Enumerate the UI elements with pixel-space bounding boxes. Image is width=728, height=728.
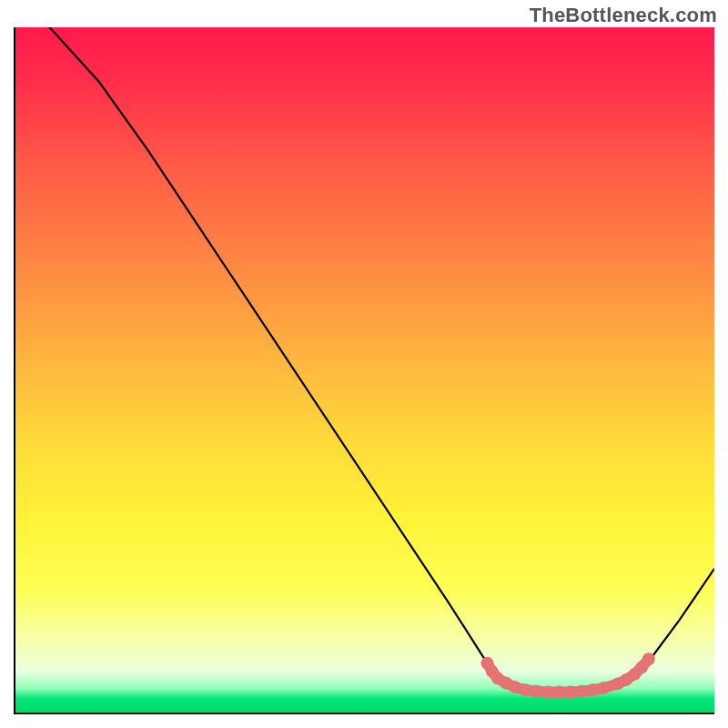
highlight-dot	[586, 683, 599, 696]
highlight-dot	[575, 685, 588, 698]
highlight-dot	[520, 683, 532, 696]
chart-container: TheBottleneck.com	[0, 0, 728, 728]
highlight-dot	[642, 652, 655, 665]
plot-area	[14, 27, 714, 714]
watermark-text: TheBottleneck.com	[530, 4, 717, 27]
highlight-dot	[531, 685, 543, 698]
bottleneck-curve	[44, 27, 714, 692]
highlight-dot	[541, 685, 554, 698]
highlight-points-group	[480, 652, 654, 698]
chart-svg	[15, 27, 714, 713]
highlight-dot	[553, 685, 566, 698]
highlight-dot	[598, 682, 611, 694]
highlight-dot	[564, 685, 577, 698]
